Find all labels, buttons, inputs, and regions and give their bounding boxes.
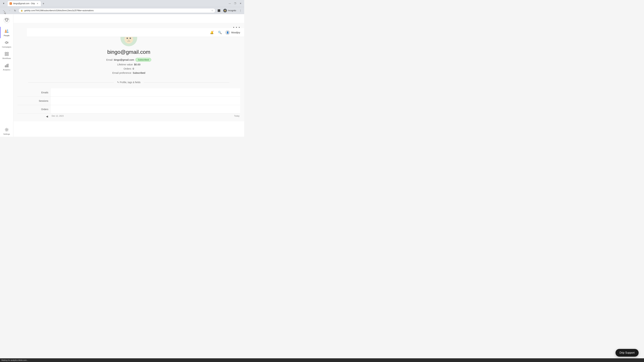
forward-btn[interactable]: → [7,8,12,13]
new-tab-btn[interactable]: + [41,1,46,6]
back-icon: ← [2,9,5,12]
svg-rect-10 [5,66,6,67]
chart-date-end: Today [234,115,240,118]
email-label: Email [106,58,113,61]
incognito-label: Incognito [228,9,236,12]
email-preference-value: Subscribed [133,71,145,74]
tab-right-divider [144,82,230,82]
user-name: Moodjoy [231,31,240,34]
svg-rect-6 [5,52,6,54]
top-bar: 🔔 🔍 👤 Moodjoy [27,28,244,37]
forward-icon: → [8,9,10,12]
restore-btn[interactable]: ❐ [233,1,238,6]
sidebar-logo[interactable] [3,16,11,24]
orders-chart-bar [51,105,240,113]
sidebar-bottom: Settings [0,125,13,137]
search-icon: 🔍 [218,31,222,34]
chart-section: Emails Sessions Orders ◀ [14,88,244,121]
chart-sessions-row: Sessions [18,97,240,105]
lifetime-value-row: Lifetime value $0.00 [117,63,140,66]
sidebar-workflows-label: Workflows [2,57,11,59]
incognito-icon: 🕵 [223,9,227,12]
address-bar[interactable]: 🔒 getdrip.com/7641396/subscribers/x31t6x… [18,8,216,13]
back-btn[interactable]: ← [1,8,6,13]
minimize-btn[interactable]: — [228,1,232,6]
sidebar-item-settings[interactable]: Settings [0,125,13,137]
svg-point-13 [6,129,8,130]
window-controls: — ❐ ✕ [228,1,243,6]
subscribed-badge: Subscribed [135,58,151,62]
close-btn[interactable]: ✕ [238,1,243,6]
chart-dates-area: Dec 12, 2023 Today [51,115,240,118]
notification-btn[interactable]: 🔔 [209,30,214,35]
workflows-icon [4,51,10,57]
tab-close-btn[interactable]: ✕ [36,2,39,5]
profile-tabs: ✎ Profile, tags & fields [28,80,230,85]
svg-point-5 [7,30,8,31]
drip-logo-icon [3,17,10,23]
svg-point-21 [130,38,131,38]
sessions-chart-label: Sessions [18,97,51,105]
sidebar-item-analytics[interactable]: Analytics [0,61,13,72]
campaigns-icon [4,40,10,45]
user-menu[interactable]: 👤 Moodjoy [225,30,240,35]
svg-rect-11 [6,65,7,67]
orders-value: 0 [133,67,134,70]
profile-email-title: bingo@gmail.com [107,49,150,55]
address-bar-actions: ⬛ 🕵 Incognito ⋮ [216,8,243,13]
svg-rect-8 [5,54,6,56]
browser-chrome: ▼ D bingo@gmail.com - Drip ✕ + — ❐ ✕ [0,0,244,7]
url-text: getdrip.com/7641396/subscribers/x31t6xtu… [24,9,210,12]
emails-chart-bar [51,88,240,97]
lifetime-value: $0.00 [134,63,140,66]
sidebar-people-label: People [4,34,10,36]
email-preference-row: Email preference Subscribed [112,71,145,74]
sidebar-item-campaigns[interactable]: Campaigns [0,38,13,50]
svg-rect-7 [7,52,8,54]
sessions-chart-bar [51,97,240,105]
active-tab[interactable]: D bingo@gmail.com - Drip ✕ [8,1,41,6]
tab-title: bingo@gmail.com - Drip [13,2,35,5]
refresh-btn[interactable]: ↻ [13,8,18,13]
profile-tags-tab[interactable]: ✎ Profile, tags & fields [114,80,144,85]
user-avatar-icon: 👤 [225,30,230,35]
chart-orders-row: Orders [18,105,240,113]
tab-left-divider [28,82,114,82]
analytics-icon [4,63,10,68]
sidebar-analytics-label: Analytics [3,69,10,71]
refresh-icon: ↻ [14,9,16,12]
sidebar-campaigns-label: Campaigns [2,46,12,48]
tab-bar: D bingo@gmail.com - Drip ✕ + [8,1,226,6]
extensions-btn[interactable]: ⬛ [216,8,221,13]
bookmark-icon: ☆ [211,9,213,12]
more-options-btn[interactable]: ⋮ [238,8,243,13]
chart-dates-row: ◀ Dec 12, 2023 Today [18,113,240,118]
chart-scroll-left-btn[interactable]: ◀ [45,115,49,118]
email-value: bingo@gmail.com [114,58,134,61]
main-area: 🔔 🔍 👤 Moodjoy • • • [14,14,244,137]
sidebar-item-workflows[interactable]: Workflows [0,50,13,61]
lifetime-value-label: Lifetime value [117,63,133,66]
app-layout: People Campaigns [0,14,244,137]
incognito-btn[interactable]: 🕵 Incognito [222,8,238,13]
lock-icon: 🔒 [21,9,23,11]
sidebar-item-people[interactable]: People [0,27,13,38]
main-content: • • • [14,23,244,121]
sidebar-settings-label: Settings [3,133,10,135]
svg-point-4 [5,30,6,31]
search-btn[interactable]: 🔍 [217,30,222,35]
chart-emails-row: Emails [18,88,240,97]
emails-chart-label: Emails [18,88,51,97]
svg-point-2 [6,19,6,20]
svg-point-20 [127,38,128,38]
svg-point-3 [7,19,8,20]
tab-favicon: D [10,2,12,5]
sidebar: People Campaigns [0,14,14,137]
settings-icon [4,127,10,132]
svg-point-22 [128,39,129,40]
svg-rect-9 [7,54,8,56]
notification-dot [212,30,214,32]
orders-row: Orders 0 [124,67,134,70]
tab-overflow-btn[interactable]: ▼ [1,1,6,6]
orders-label: Orders [124,67,131,70]
